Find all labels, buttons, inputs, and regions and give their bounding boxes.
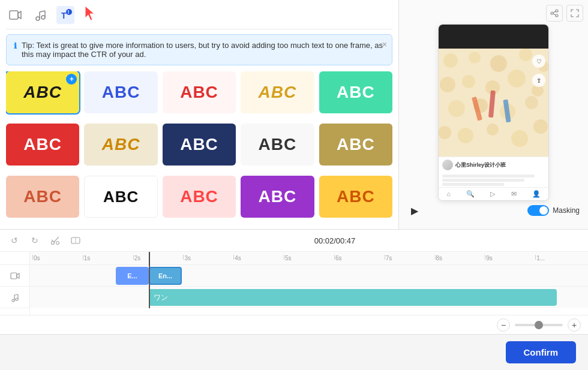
right-panel: ♡ ⇧ 心里Shirley设计小班 — [399, 0, 588, 229]
ruler-3s: 3s — [183, 255, 233, 261]
text-style-12[interactable]: ABC — [84, 176, 157, 218]
timeline-tracks: 0s 1s 2s 3s 4s 5s 6s 7s 8s 9s 1... — [0, 252, 588, 315]
video-clip-1[interactable]: E... — [116, 267, 149, 285]
text-style-7[interactable]: ABC — [84, 124, 157, 166]
timeline-toolbar: ↺ ↻ 00:02/00:47 — [0, 230, 588, 252]
svg-point-40 — [56, 242, 59, 245]
phone-user-bar: 心里Shirley设计小班 — [439, 157, 548, 173]
svg-point-35 — [533, 119, 548, 134]
svg-point-13 — [556, 14, 558, 17]
track-icon-column — [0, 252, 30, 315]
masking-label: Masking — [553, 206, 580, 215]
text-style-14[interactable]: ABC — [241, 176, 314, 218]
phone-content: ♡ ⇧ 心里Shirley设计小班 — [439, 49, 548, 200]
text-style-9[interactable]: ABC — [241, 124, 314, 166]
style-13-label: ABC — [180, 187, 218, 206]
video-track-icon — [0, 265, 29, 287]
style-11-label: ABC — [23, 187, 62, 206]
style-6-label: ABC — [23, 135, 62, 154]
audio-clip-1[interactable]: ワン — [149, 289, 557, 306]
svg-point-19 — [490, 55, 507, 72]
zoom-in-button[interactable]: + — [568, 318, 581, 332]
audio-tool-icon[interactable] — [31, 6, 49, 24]
svg-text:T: T — [61, 11, 67, 20]
top-toolbar: T ! — [6, 6, 392, 29]
zoom-thumb — [535, 321, 543, 329]
tip-close-button[interactable]: × — [382, 40, 387, 49]
ruler-0s: 0s — [32, 255, 83, 261]
svg-line-49 — [14, 294, 18, 295]
ruler-4s: 4s — [233, 255, 284, 261]
text-style-13[interactable]: ABC — [163, 176, 236, 218]
text-style-10[interactable]: ABC — [319, 124, 392, 166]
style-14-label: ABC — [259, 187, 297, 206]
svg-line-14 — [553, 11, 556, 13]
ruler-5s: 5s — [284, 255, 334, 261]
text-style-8[interactable]: ABC — [163, 124, 236, 166]
redo-button[interactable]: ↻ — [28, 233, 42, 248]
svg-point-33 — [487, 124, 499, 136]
text-style-2[interactable]: ABC — [84, 71, 157, 113]
left-panel: T ! ℹ Tip: Text is great to give more in… — [0, 0, 399, 229]
confirm-button[interactable]: Confirm — [506, 341, 577, 363]
ruler-2s: 2s — [133, 255, 184, 261]
svg-point-32 — [458, 128, 473, 143]
playback-controls: ▶ Masking — [404, 203, 583, 218]
svg-marker-10 — [85, 6, 94, 20]
text-style-11[interactable]: ABC — [6, 176, 79, 218]
tip-banner: ℹ Tip: Text is great to give more inform… — [6, 34, 392, 65]
svg-marker-1 — [18, 11, 21, 19]
text-style-6[interactable]: ABC — [6, 124, 79, 166]
bottom-bar: Confirm — [0, 334, 588, 370]
style-5-label: ABC — [337, 83, 375, 102]
text-style-15[interactable]: ABC — [319, 176, 392, 218]
zoom-slider[interactable] — [515, 324, 563, 326]
svg-rect-45 — [11, 273, 17, 279]
ruler-9s: 9s — [485, 255, 535, 261]
svg-point-47 — [12, 299, 14, 302]
ruler-1s: 1s — [83, 255, 133, 261]
phone-username: 心里Shirley设计小班 — [455, 161, 506, 169]
phone-image-area: ♡ ⇧ — [439, 49, 548, 157]
phone-avatar — [442, 160, 453, 170]
undo-button[interactable]: ↺ — [7, 233, 22, 248]
svg-line-6 — [40, 11, 45, 12]
svg-point-12 — [551, 12, 553, 14]
text-style-1[interactable]: ABC + — [6, 71, 79, 113]
ruler-6s: 6s — [334, 255, 385, 261]
style-3-label: ABC — [180, 83, 218, 102]
text-style-5[interactable]: ABC — [319, 71, 392, 113]
svg-point-17 — [443, 53, 458, 68]
svg-point-3 — [41, 16, 45, 19]
video-clip-2[interactable]: En... — [149, 267, 182, 285]
zoom-out-button[interactable]: − — [497, 318, 510, 332]
expand-icon-btn[interactable] — [566, 5, 583, 22]
ruler-10s: 1... — [535, 255, 586, 261]
text-style-4[interactable]: ABC — [241, 71, 314, 113]
style-7-label: ABC — [102, 135, 140, 154]
split-button[interactable] — [68, 233, 83, 248]
cut-button[interactable] — [48, 233, 62, 248]
timeline-ruler: 0s 1s 2s 3s 4s 5s 6s 7s 8s 9s 1... — [30, 252, 588, 265]
svg-point-30 — [525, 96, 538, 109]
masking-toggle-switch[interactable] — [527, 205, 549, 216]
style-15-label: ABC — [337, 187, 375, 206]
tip-text: Tip: Text is great to give more informat… — [22, 41, 385, 59]
share-icon-btn[interactable] — [546, 5, 563, 22]
preview-phone: ♡ ⇧ 心里Shirley设计小班 — [438, 24, 549, 201]
play-button[interactable]: ▶ — [407, 203, 422, 218]
tip-info-icon: ℹ — [14, 41, 17, 50]
text-style-3[interactable]: ABC — [163, 71, 236, 113]
ruler-marks: 0s 1s 2s 3s 4s 5s 6s 7s 8s 9s 1... — [32, 255, 586, 261]
svg-point-34 — [511, 130, 528, 147]
svg-point-31 — [439, 126, 451, 139]
audio-track: ワン — [30, 287, 588, 308]
toggle-thumb — [539, 206, 548, 215]
style-9-label: ABC — [259, 135, 297, 154]
svg-point-20 — [519, 49, 532, 61]
text-tool-icon[interactable]: T ! — [56, 6, 74, 24]
svg-point-11 — [556, 10, 558, 12]
masking-control: Masking — [527, 205, 580, 216]
video-tool-icon[interactable] — [6, 6, 24, 24]
cursor-indicator — [82, 6, 100, 24]
